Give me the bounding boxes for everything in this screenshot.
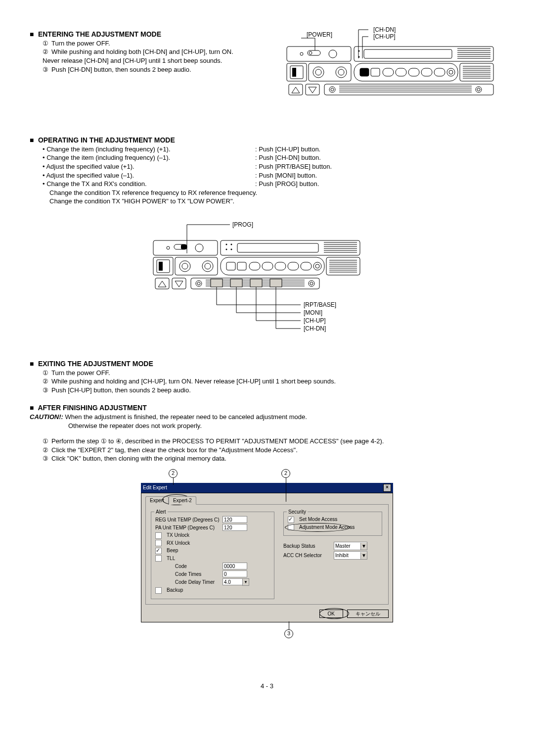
label-moni: [MONI] [304,309,322,316]
device-diagram-top: [POWER] [CH-DN] [CH-UP] [267,27,504,96]
callout-3: 3 [284,629,293,638]
checkbox-adj-mode[interactable] [288,524,294,530]
svg-rect-91 [262,262,273,270]
callout-2a: 2 [169,469,178,478]
svg-rect-72 [237,243,318,252]
svg-point-28 [338,69,344,75]
tab-expert[interactable]: Expert [145,496,169,505]
dialog-title: Edit Expert [143,484,167,491]
label-set-mode: Set Mode Access [299,516,337,523]
svg-point-63 [167,246,170,249]
checkbox-set-mode[interactable] [288,517,294,523]
svg-point-12 [358,50,360,52]
ok-button[interactable]: OK [319,610,343,618]
label-reg-temp: REG Unit TEMP (Degrees C) [155,517,220,523]
step-3: ③Push [CH-DN] button, then sounds 2 beep… [43,65,242,74]
svg-rect-105 [155,278,169,289]
checkbox-tll[interactable] [155,555,162,562]
svg-point-110 [196,281,202,286]
svg-marker-50 [309,87,316,93]
label-adj-mode: Adjustment Mode Access [299,524,355,531]
svg-rect-121 [270,279,282,287]
group-alert: Alert [154,509,168,516]
label-chdn2: [CH-DN] [304,325,326,332]
section-heading-exiting: EXITING THE ADJUSTMENT MODE [30,359,504,369]
svg-point-7 [300,52,303,55]
svg-rect-30 [360,68,369,76]
svg-rect-118 [211,279,222,287]
svg-rect-90 [249,262,260,270]
label-tx-unlock: TX Unlock [167,532,189,539]
input-pa-temp[interactable] [222,524,247,531]
label-pa-temp: PA Unit TEMP (Degrees C) [155,524,220,531]
svg-rect-47 [289,84,303,95]
svg-rect-35 [421,68,432,76]
svg-rect-119 [230,279,242,287]
svg-point-37 [447,68,455,76]
svg-rect-80 [157,260,170,273]
operating-sub-1: Change the condition TX reference freque… [30,189,504,197]
chevron-down-icon: ▼ [360,552,367,559]
page-number: 4 - 3 [30,682,504,691]
svg-point-27 [336,67,347,78]
device-diagram-mid: [PROG] [134,221,400,344]
input-reg-temp[interactable] [222,516,247,523]
svg-rect-82 [175,257,218,275]
input-code-times[interactable] [222,570,247,577]
close-icon[interactable]: × [383,484,391,492]
exit-step-2: ②While pushing and holding and [CH-UP], … [43,377,504,386]
checkbox-rx-unlock[interactable] [155,540,162,546]
svg-point-113 [310,282,313,285]
tab-expert-2[interactable]: Expert-2 [169,496,196,505]
svg-rect-31 [371,68,380,76]
svg-rect-14 [364,49,452,58]
group-security: Security [287,509,308,516]
svg-rect-93 [288,262,299,270]
svg-point-96 [315,264,319,268]
svg-point-25 [313,67,324,78]
edit-expert-dialog: 2 2 Edit Expert × Expert Expert-2 Alert … [141,483,393,623]
svg-rect-89 [237,262,246,270]
label-chup2: [CH-UP] [304,317,326,324]
input-code[interactable] [222,563,247,569]
svg-rect-33 [396,68,406,76]
svg-point-70 [226,248,227,250]
svg-point-10 [329,50,337,58]
exit-step-1: ①Turn the power OFF. [43,369,504,378]
label-beep: Beep [167,547,178,554]
svg-rect-6 [287,47,351,61]
label-backup: Backup [167,587,183,594]
section-heading-after: AFTER FINISHING ADJUSTMENT [30,403,504,413]
svg-point-55 [477,88,480,91]
section-heading-operating: OPERATING IN THE ADJUSTMENT MODE [30,136,504,145]
label-code-delay: Code Delay Timer [175,579,220,586]
svg-point-95 [313,262,321,270]
cancel-button[interactable]: キャンセル [347,610,389,618]
chevron-down-icon[interactable]: ▼ [242,578,249,586]
checkbox-tx-unlock[interactable] [155,532,162,539]
svg-point-9 [309,51,312,54]
svg-rect-22 [290,66,303,79]
svg-point-71 [231,248,232,250]
checkbox-beep[interactable] [155,548,162,554]
label-prog: [PROG] [232,221,253,228]
svg-rect-36 [434,68,445,76]
svg-point-83 [179,261,190,272]
svg-point-111 [197,282,200,285]
chevron-down-icon: ▼ [360,543,367,550]
label-code-times: Code Times [175,571,220,578]
svg-point-38 [449,70,453,74]
checkbox-backup[interactable] [155,587,162,594]
input-code-delay[interactable] [222,578,242,585]
select-acc-ch[interactable]: Inhibit▼ [334,551,367,560]
select-backup-status[interactable]: Master▼ [334,542,367,550]
svg-marker-106 [158,281,166,287]
label-tll: TLL [167,555,175,562]
step-1: ①Turn the power OFF. [43,39,242,48]
label-power: [POWER] [307,31,332,38]
svg-rect-34 [408,68,419,76]
svg-rect-51 [324,84,493,95]
svg-rect-29 [354,63,458,81]
caution-line-1: CAUTION!: When the adjustment is finishe… [30,413,504,422]
after-step-3: ③Click "OK" button, then cloning with th… [43,454,504,463]
